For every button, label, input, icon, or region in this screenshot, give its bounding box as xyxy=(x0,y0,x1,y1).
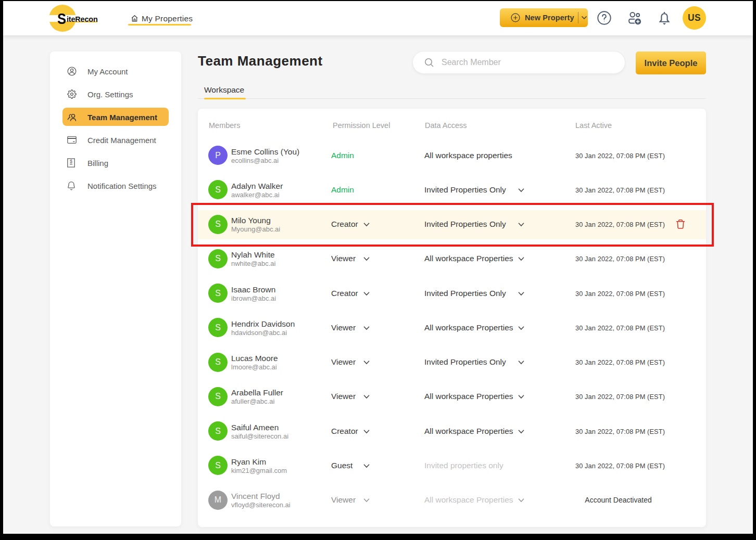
svg-text:$: $ xyxy=(70,159,72,164)
